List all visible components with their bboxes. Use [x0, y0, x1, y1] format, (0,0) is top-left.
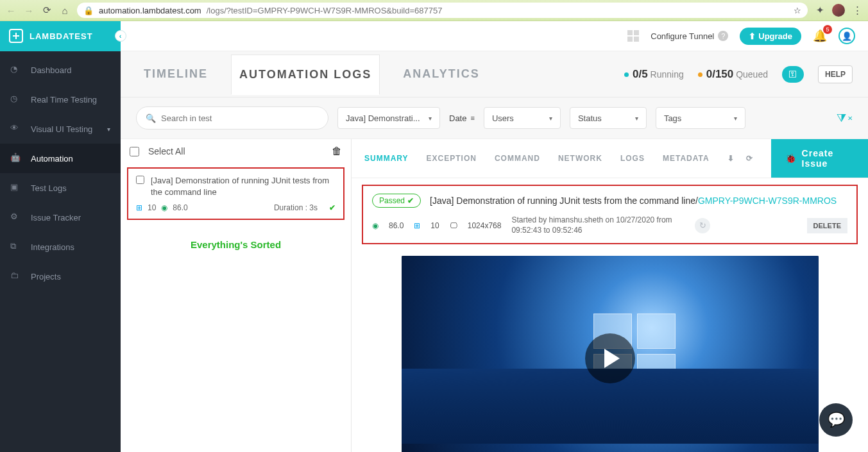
test-checkbox[interactable]	[136, 175, 144, 185]
refresh-icon[interactable]: ⟳	[746, 154, 753, 163]
running-count: 0/5 Running	[624, 68, 684, 81]
extensions-icon[interactable]: ✦	[814, 4, 826, 16]
star-icon[interactable]: ☆	[794, 6, 801, 15]
folder-icon: 🗀	[10, 271, 22, 282]
detail-tab-command[interactable]: COMMAND	[495, 154, 540, 163]
repeat-icon[interactable]: ↻	[695, 218, 710, 233]
detail-tabs: SUMMARY EXCEPTION COMMAND NETWORK LOGS M…	[352, 139, 868, 178]
test-card[interactable]: [Java] Demonstration of running JUnit te…	[127, 167, 345, 220]
status-badge: Passed✔	[372, 194, 421, 208]
chevron-down-icon: ▾	[107, 126, 110, 133]
browser-toolbar: ← → ⟳ ⌂ 🔒 automation.lambdatest.com/logs…	[0, 0, 868, 21]
clock-icon: ◷	[10, 94, 22, 105]
create-issue-button[interactable]: 🐞Create Issue	[771, 139, 868, 178]
select-all-label: Select All	[148, 146, 185, 156]
reload-icon[interactable]: ⟳	[41, 4, 53, 16]
test-meta: ⊞ 10 ◉ 86.0 Duration : 3s ✔	[136, 203, 336, 212]
browser-version: 86.0	[389, 221, 404, 230]
download-icon[interactable]: ⬇	[728, 154, 735, 163]
bug-icon: 🐞	[785, 153, 797, 163]
sidebar-item-visual-ui[interactable]: 👁Visual UI Testing▾	[0, 114, 121, 144]
app-topbar: LAMBDATEST ‹ Configure Tunnel ? ⬆Upgrade…	[0, 21, 868, 51]
help-button[interactable]: HELP	[818, 65, 853, 83]
sidebar-item-projects[interactable]: 🗀Projects	[0, 262, 121, 291]
clear-filters-icon[interactable]: ⧩✕	[837, 112, 853, 125]
detail-tab-exception[interactable]: EXCEPTION	[427, 154, 477, 163]
detail-tab-summary[interactable]: SUMMARY	[364, 154, 409, 163]
delete-icon[interactable]: 🗑	[332, 146, 342, 157]
url-host: automation.lambdatest.com	[99, 6, 201, 15]
date-filter[interactable]: Date≡	[449, 113, 475, 123]
detail-tab-logs[interactable]: LOGS	[620, 154, 645, 163]
sidebar-item-dashboard[interactable]: ◔Dashboard	[0, 55, 121, 85]
key-icon[interactable]: ⚿	[782, 66, 804, 83]
forward-icon[interactable]: →	[23, 4, 35, 16]
menu-icon[interactable]: ⋮	[851, 4, 863, 16]
test-title: [Java] Demonstration of running JUnit te…	[151, 175, 336, 198]
brand-text: LAMBDATEST	[30, 31, 93, 41]
test-dropdown[interactable]: Java] Demonstrati...▾	[337, 107, 440, 129]
test-id-link[interactable]: GMPRY-P9WCH-W7S9R-MMROS	[698, 196, 837, 206]
bug-icon: ⚙	[10, 212, 22, 223]
filter-icon: ≡	[470, 114, 474, 122]
chevron-down-icon: ▾	[549, 115, 552, 122]
select-all-checkbox[interactable]	[130, 147, 139, 156]
lock-icon: 🔒	[83, 6, 94, 15]
windows-icon: ⊞	[414, 221, 420, 230]
main-content: TIMELINE AUTOMATION LOGS ANALYTICS 0/5 R…	[121, 51, 868, 452]
resolution: 1024x768	[468, 221, 502, 230]
browser-version: 86.0	[173, 203, 187, 212]
detail-summary: Passed✔ [Java] Demonstration of running …	[362, 185, 858, 244]
filters: 🔍 Java] Demonstrati...▾ Date≡ Users▾ Sta…	[121, 97, 868, 139]
plug-icon: ⧉	[10, 241, 22, 253]
user-menu-icon[interactable]: 👤	[838, 28, 855, 44]
chrome-icon: ◉	[161, 203, 167, 212]
sidebar-item-automation[interactable]: 🤖Automation	[0, 144, 121, 173]
chat-fab-icon[interactable]: 💬	[819, 403, 853, 437]
os-version: 10	[430, 221, 439, 230]
os-version: 10	[148, 203, 156, 212]
users-dropdown[interactable]: Users▾	[484, 107, 561, 129]
url-path: /logs/?testID=GMPRY-P9WCH-W7S9R-MMROS&bu…	[207, 6, 443, 15]
tab-timeline[interactable]: TIMELINE	[136, 54, 216, 94]
notifications-icon[interactable]: 🔔5	[813, 29, 827, 43]
chrome-icon: ◉	[372, 221, 379, 230]
collapse-sidebar-icon[interactable]: ‹	[115, 30, 126, 42]
help-icon[interactable]: ?	[718, 31, 728, 41]
search-icon: 🔍	[146, 113, 156, 123]
box-icon: ▣	[10, 182, 22, 194]
detail-tab-metadata[interactable]: METADATA	[663, 154, 710, 163]
upgrade-button[interactable]: ⬆Upgrade	[740, 28, 801, 45]
sidebar-item-issue-tracker[interactable]: ⚙Issue Tracker	[0, 203, 121, 232]
windows-icon: ⊞	[136, 203, 142, 212]
apps-icon[interactable]	[627, 30, 639, 42]
play-icon[interactable]	[585, 333, 635, 383]
test-video[interactable]	[402, 256, 819, 452]
status-dropdown[interactable]: Status▾	[570, 107, 647, 129]
tab-automation-logs[interactable]: AUTOMATION LOGS	[231, 54, 380, 95]
tab-analytics[interactable]: ANALYTICS	[395, 54, 487, 94]
detail-tab-network[interactable]: NETWORK	[558, 154, 602, 163]
sidebar-item-realtime[interactable]: ◷Real Time Testing	[0, 85, 121, 114]
home-icon[interactable]: ⌂	[59, 4, 71, 16]
sidebar-item-test-logs[interactable]: ▣Test Logs	[0, 173, 121, 203]
brand[interactable]: LAMBDATEST ‹	[0, 21, 121, 51]
started-text: Started by himanshu.sheth on 10/27/2020 …	[511, 215, 685, 235]
search-field[interactable]	[161, 113, 319, 123]
profile-avatar[interactable]	[832, 4, 845, 17]
test-list: Select All 🗑 [Java] Demonstration of run…	[121, 139, 352, 452]
configure-tunnel-link[interactable]: Configure Tunnel ?	[651, 31, 728, 41]
eye-icon: 👁	[10, 123, 22, 135]
video-container	[352, 251, 868, 452]
tags-dropdown[interactable]: Tags▾	[656, 107, 745, 129]
back-icon[interactable]: ←	[5, 4, 17, 16]
delete-button[interactable]: DELETE	[807, 218, 847, 233]
sidebar-item-integrations[interactable]: ⧉Integrations	[0, 232, 121, 262]
address-bar[interactable]: 🔒 automation.lambdatest.com/logs/?testID…	[77, 3, 808, 18]
detail-panel: SUMMARY EXCEPTION COMMAND NETWORK LOGS M…	[352, 139, 868, 452]
chevron-down-icon: ▾	[734, 115, 737, 122]
sidebar: ◔Dashboard ◷Real Time Testing 👁Visual UI…	[0, 51, 121, 452]
check-icon: ✔	[407, 196, 414, 205]
logo-icon	[9, 29, 23, 43]
search-input[interactable]: 🔍	[136, 106, 328, 130]
